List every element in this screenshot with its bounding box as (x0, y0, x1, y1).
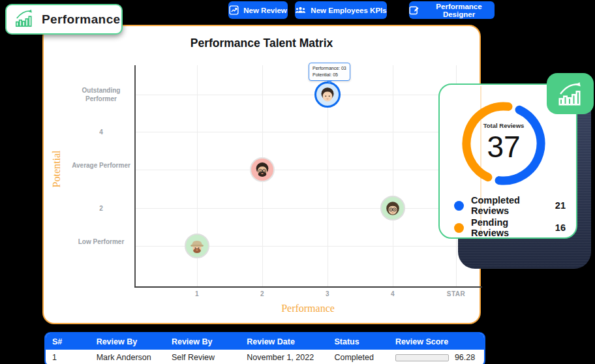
total-reviews-label: Total Reviews (465, 122, 543, 129)
header-cell-review-by: Review By (90, 337, 165, 346)
gridline (135, 132, 481, 132)
cell-status: Completed (328, 353, 388, 362)
y-tick-label: Low Performer (71, 237, 131, 246)
employee-point-low[interactable] (185, 234, 209, 258)
gridline (135, 95, 481, 95)
x-axis-line (134, 286, 482, 288)
employee-avatar-icon (318, 85, 337, 104)
button-label: New Employees KPIs (311, 7, 386, 14)
chart-line-icon (229, 5, 239, 15)
employee-point-solid[interactable] (380, 196, 405, 220)
x-tick-label: 2 (243, 290, 282, 297)
legend-dot-completed (454, 201, 464, 211)
tooltip-potential: Potential: 05 (313, 72, 346, 78)
matrix-title: Performance Talent Matrix (44, 37, 480, 50)
new-review-button[interactable]: New Review (228, 1, 288, 19)
header-cell-status: Status (328, 337, 388, 346)
performance-designer-button[interactable]: Performance Designer (409, 1, 495, 19)
employee-avatar-icon (384, 199, 402, 217)
employee-point-average[interactable] (250, 157, 275, 182)
cell-review-score: 96.28 (389, 353, 484, 362)
cell-review-date: November 1, 2022 (240, 353, 328, 362)
legend-item-pending: Pending Reviews 16 (454, 221, 566, 234)
reviews-table: S# Review By Review By Review Date Statu… (44, 332, 485, 364)
y-tick-label: 4 (71, 128, 131, 136)
cell-review-by: Mark Anderson (90, 353, 165, 362)
growth-badge (547, 73, 594, 114)
legend-value: 21 (555, 200, 566, 211)
legend-value: 16 (555, 222, 566, 233)
header-cell-review-score: Review Score (389, 337, 484, 346)
score-progress-track (395, 354, 449, 361)
legend-dot-pending (454, 223, 464, 233)
y-tick-label: Average Performer (71, 161, 131, 170)
header-cell-review-type: Review By (165, 337, 240, 346)
growth-chart-icon (14, 8, 34, 31)
point-tooltip: Performance: 03 Potential: 05 (309, 63, 350, 81)
x-tick-label: 3 (308, 290, 347, 297)
cell-sn: 1 (46, 353, 90, 362)
table-row[interactable]: 1 Mark Anderson Self Review November 1, … (46, 350, 484, 364)
new-employees-kpis-button[interactable]: New Employees KPIs (295, 1, 387, 19)
people-icon (295, 5, 306, 15)
x-tick-label: STAR (436, 290, 476, 297)
x-tick-label: 4 (373, 290, 412, 297)
y-axis-label: Potential (51, 140, 63, 198)
page-background: Performance New Review New Employees KPI… (0, 0, 595, 364)
header-cell-sn: S# (46, 337, 90, 346)
employee-point-outstanding[interactable] (314, 82, 341, 108)
y-axis-line (134, 65, 136, 288)
tooltip-performance: Performance: 03 (313, 65, 346, 72)
legend-label: Completed Reviews (471, 195, 548, 216)
growth-badge-icon (557, 81, 584, 107)
performance-header-card: Performance (5, 4, 123, 35)
cell-review-type: Self Review (165, 353, 240, 362)
button-label: New Review (243, 7, 286, 14)
employee-avatar-icon (253, 160, 271, 179)
legend-label: Pending Reviews (471, 217, 548, 238)
total-reviews-value: 37 (465, 129, 543, 164)
x-axis-label: Performance (243, 303, 373, 314)
gridline (135, 170, 481, 170)
employee-avatar-icon (188, 237, 206, 255)
page-title: Performance (42, 12, 121, 27)
edit-icon (409, 5, 419, 15)
button-label: Performance Designer (423, 3, 495, 18)
gridline (393, 65, 393, 286)
legend-item-completed: Completed Reviews 21 (454, 199, 566, 212)
table-header-row: S# Review By Review By Review Date Statu… (46, 333, 484, 350)
header-cell-review-date: Review Date (240, 337, 328, 346)
score-value: 96.28 (455, 353, 475, 362)
x-tick-label: 1 (177, 290, 217, 297)
gridline (135, 208, 481, 209)
y-tick-label: 2 (71, 204, 131, 213)
talent-matrix-card: Performance Talent Matrix Outstanding Pe… (42, 25, 481, 324)
y-tick-label: Outstanding Performer (71, 86, 131, 103)
